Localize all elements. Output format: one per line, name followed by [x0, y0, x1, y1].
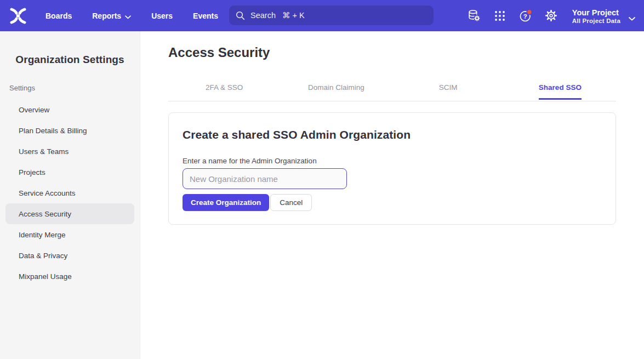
- apps-grid-button[interactable]: [493, 9, 507, 23]
- nav-item-label: Users: [151, 12, 173, 20]
- nav-item-label: Events: [193, 12, 218, 20]
- sidebar-nav: Overview Plan Details & Billing Users & …: [0, 99, 140, 287]
- tab-bar: 2FA & SSO Domain Claiming SCIM Shared SS…: [168, 76, 616, 101]
- nav-item-reports[interactable]: Reports: [92, 11, 131, 21]
- navbar-right-group: ? Your Proj: [467, 0, 635, 31]
- sidebar-item-data-privacy[interactable]: Data & Privacy: [5, 245, 134, 266]
- notification-dot: [527, 9, 532, 14]
- search-shortcut: ⌘ + K: [282, 11, 305, 20]
- sidebar-item-mixpanel-usage[interactable]: Mixpanel Usage: [5, 266, 134, 287]
- top-navbar: Boards Reports Users Events Search ⌘ + K: [0, 0, 644, 31]
- card-title: Create a shared SSO Admin Organization: [183, 128, 602, 141]
- tab-scim[interactable]: SCIM: [392, 76, 504, 101]
- settings-gear-button[interactable]: [544, 9, 558, 23]
- chevron-down-icon: [125, 12, 131, 21]
- svg-text:?: ?: [523, 13, 527, 20]
- project-switcher[interactable]: Your Project All Project Data: [572, 8, 635, 24]
- chevron-down-icon: [629, 13, 635, 23]
- sidebar-item-users-teams[interactable]: Users & Teams: [5, 141, 134, 162]
- main-content: Access Security 2FA & SSO Domain Claimin…: [140, 31, 644, 359]
- search-input[interactable]: Search ⌘ + K: [229, 5, 434, 25]
- tab-label: SCIM: [439, 83, 458, 100]
- button-row: Create Organization Cancel: [183, 194, 602, 211]
- create-sso-org-card: Create a shared SSO Admin Organization E…: [168, 112, 616, 225]
- tab-shared-sso[interactable]: Shared SSO: [504, 76, 616, 101]
- sidebar-item-service-accounts[interactable]: Service Accounts: [5, 183, 134, 203]
- page-title: Access Security: [168, 45, 644, 60]
- tab-label: Shared SSO: [539, 83, 582, 100]
- data-management-button[interactable]: [467, 9, 481, 23]
- sidebar-section-label: Settings: [9, 84, 140, 92]
- sidebar-item-identity-merge[interactable]: Identity Merge: [5, 224, 134, 245]
- mixpanel-logo-icon[interactable]: [8, 7, 28, 25]
- sidebar-title: Organization Settings: [0, 54, 140, 66]
- sidebar-item-plan-details-billing[interactable]: Plan Details & Billing: [5, 120, 134, 141]
- org-name-field-label: Enter a name for the Admin Organization: [183, 157, 602, 165]
- nav-item-events[interactable]: Events: [193, 12, 218, 20]
- help-button[interactable]: ?: [518, 9, 533, 23]
- tab-label: Domain Claiming: [308, 83, 364, 100]
- tab-domain-claiming[interactable]: Domain Claiming: [280, 76, 392, 101]
- magnifier-icon: [235, 10, 246, 21]
- sidebar-item-overview[interactable]: Overview: [5, 99, 134, 120]
- search-placeholder: Search: [250, 11, 276, 20]
- settings-sidebar: Organization Settings Settings Overview …: [0, 31, 140, 359]
- nav-item-label: Reports: [92, 12, 121, 20]
- project-scope: All Project Data: [572, 18, 620, 24]
- project-name: Your Project: [572, 8, 620, 18]
- sidebar-item-access-security[interactable]: Access Security: [5, 203, 134, 224]
- sidebar-item-projects[interactable]: Projects: [5, 162, 134, 183]
- org-name-input[interactable]: [183, 168, 347, 189]
- cancel-button[interactable]: Cancel: [270, 194, 312, 211]
- nav-item-users[interactable]: Users: [151, 12, 173, 20]
- tab-2fa-sso[interactable]: 2FA & SSO: [168, 76, 280, 101]
- create-organization-button[interactable]: Create Organization: [183, 194, 269, 211]
- nav-item-boards[interactable]: Boards: [45, 12, 72, 20]
- tab-label: 2FA & SSO: [206, 83, 243, 100]
- nav-item-label: Boards: [45, 12, 72, 20]
- primary-nav: Boards Reports Users Events: [45, 11, 218, 21]
